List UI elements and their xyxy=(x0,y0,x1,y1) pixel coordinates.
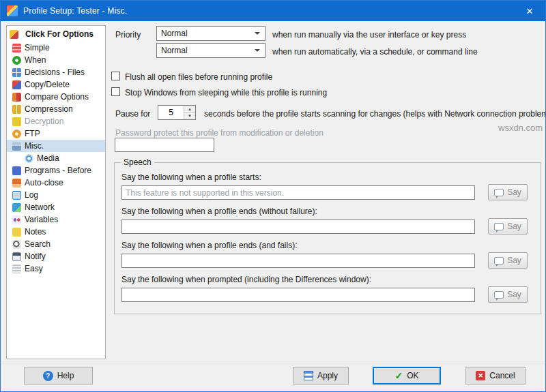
flush-files-checkbox[interactable] xyxy=(111,72,120,80)
pause-seconds-input[interactable] xyxy=(158,106,184,119)
network-icon xyxy=(12,203,21,212)
sidebar-item-label: Compare Options xyxy=(25,92,89,102)
sidebar-item-log[interactable]: Log xyxy=(7,189,105,201)
say-button-label: Say xyxy=(507,290,521,299)
notes-icon xyxy=(12,228,21,237)
sidebar-item-auto-close[interactable]: Auto-close xyxy=(7,177,105,189)
sidebar-item-simple[interactable]: Simple xyxy=(7,42,105,54)
cancel-icon xyxy=(476,371,485,380)
sidebar-item-notes[interactable]: Notes xyxy=(7,226,105,238)
sidebar-item-label: Auto-close xyxy=(25,178,63,187)
sidebar-item-compare-options[interactable]: Compare Options xyxy=(7,91,105,103)
speech-prompted-label: Say the following when prompted (includi… xyxy=(121,275,371,284)
easy-icon xyxy=(12,265,21,273)
sidebar-item-when[interactable]: When xyxy=(7,54,105,66)
log-icon xyxy=(12,191,21,200)
ok-icon xyxy=(394,370,403,381)
close-button[interactable]: ✕ xyxy=(514,1,545,21)
sidebar-item-label: Notify xyxy=(25,252,46,261)
speech-prompted-say-button[interactable]: Say xyxy=(488,286,528,303)
say-button-label: Say xyxy=(507,187,521,197)
password-input[interactable] xyxy=(115,138,214,152)
say-button-label: Say xyxy=(507,256,521,265)
speech-prompted-input[interactable] xyxy=(121,288,475,302)
flush-files-label: Flush all open files before running prof… xyxy=(125,72,272,82)
titlebar: Profile Setup: Tester - Misc. ✕ xyxy=(1,1,545,21)
sidebar-item-network[interactable]: Network xyxy=(7,201,105,213)
sidebar-item-label: Decryption xyxy=(25,117,63,126)
speech-bubble-icon xyxy=(494,223,504,230)
ok-button-label: OK xyxy=(407,371,418,380)
media-icon xyxy=(25,154,33,163)
watermark: wsxdn.com xyxy=(498,123,543,133)
cancel-button-label: Cancel xyxy=(489,371,515,380)
stop-sleep-checkbox[interactable] xyxy=(111,87,120,96)
sidebar-item-compression[interactable]: Compression xyxy=(7,103,105,115)
priority-auto-note: when run automatically, via a schedule, … xyxy=(272,47,478,57)
sidebar-header-label: Click For Options xyxy=(25,29,94,39)
stop-sleep-label: Stop Windows from sleeping while this pr… xyxy=(125,88,327,97)
options-sidebar: Click For Options Simple When Decisions … xyxy=(6,25,106,359)
compression-icon xyxy=(12,105,21,114)
speech-group-title: Speech xyxy=(121,157,154,167)
sidebar-item-search[interactable]: Search xyxy=(7,238,105,250)
apply-icon xyxy=(304,371,313,380)
sidebar-item-label: Copy/Delete xyxy=(25,80,70,89)
sidebar-item-copy-delete[interactable]: Copy/Delete xyxy=(7,78,105,91)
speech-bubble-icon xyxy=(494,189,504,196)
sidebar-item-media[interactable]: Media xyxy=(7,152,105,164)
sidebar-item-variables[interactable]: Variables xyxy=(7,213,105,226)
apply-button-label: Apply xyxy=(317,371,338,380)
priority-manual-dropdown[interactable]: Normal xyxy=(156,26,265,41)
ok-button[interactable]: OK xyxy=(373,367,441,385)
speech-group: Speech Say the following when a profile … xyxy=(114,162,541,314)
priority-auto-dropdown[interactable]: Normal xyxy=(156,43,265,58)
decisions-files-icon xyxy=(12,68,21,77)
auto-close-icon xyxy=(12,179,21,187)
sidebar-item-label: Programs - Before xyxy=(25,166,91,175)
speech-ends-ok-input[interactable] xyxy=(121,220,475,234)
simple-icon xyxy=(12,44,21,52)
sidebar-item-decryption[interactable]: Decryption xyxy=(7,115,105,127)
speech-ends-ok-label: Say the following when a profile ends (w… xyxy=(121,207,317,216)
notify-icon xyxy=(12,252,21,261)
sidebar-item-decisions-files[interactable]: Decisions - Files xyxy=(7,66,105,78)
sidebar-item-label: Media xyxy=(37,153,59,163)
apply-button[interactable]: Apply xyxy=(293,367,349,385)
spin-down-icon[interactable] xyxy=(184,112,195,120)
programs-before-icon xyxy=(12,166,21,175)
speech-bubble-icon xyxy=(494,257,504,265)
help-icon xyxy=(43,371,53,381)
help-button[interactable]: Help xyxy=(24,367,93,385)
sidebar-item-label: Notes xyxy=(25,227,46,237)
sidebar-header: Click For Options xyxy=(7,27,105,42)
sidebar-item-label: Network xyxy=(25,202,55,212)
ftp-icon xyxy=(12,130,21,138)
sidebar-item-notify[interactable]: Notify xyxy=(7,250,105,262)
priority-label: Priority xyxy=(115,30,141,40)
when-icon xyxy=(12,56,21,65)
sidebar-item-ftp[interactable]: FTP xyxy=(7,127,105,140)
sidebar-item-programs-before[interactable]: Programs - Before xyxy=(7,164,105,177)
speech-ends-fail-say-button[interactable]: Say xyxy=(488,252,528,269)
sidebar-item-label: Simple xyxy=(25,43,50,52)
speech-starts-input[interactable] xyxy=(121,185,475,200)
sidebar-item-label: FTP xyxy=(25,129,40,138)
spin-up-icon[interactable] xyxy=(184,106,195,112)
sidebar-item-label: Misc. xyxy=(25,141,44,151)
cancel-button[interactable]: Cancel xyxy=(465,367,526,385)
speech-starts-say-button[interactable]: Say xyxy=(488,184,528,200)
speech-ends-fail-input[interactable] xyxy=(121,254,475,268)
sidebar-item-misc[interactable]: Misc. xyxy=(7,140,105,152)
sidebar-item-label: Compression xyxy=(25,104,73,114)
profile-setup-window: Profile Setup: Tester - Misc. ✕ Click Fo… xyxy=(0,0,546,392)
sidebar-item-easy[interactable]: Easy xyxy=(7,262,105,275)
help-button-label: Help xyxy=(57,371,74,380)
priority-auto-value: Normal xyxy=(161,46,188,55)
priority-manual-value: Normal xyxy=(161,29,188,38)
close-icon: ✕ xyxy=(526,6,534,16)
speech-ends-ok-say-button[interactable]: Say xyxy=(488,218,528,235)
search-icon xyxy=(12,240,21,249)
say-button-label: Say xyxy=(507,222,521,231)
speech-ends-fail-label: Say the following when a profile ends (a… xyxy=(121,241,297,250)
